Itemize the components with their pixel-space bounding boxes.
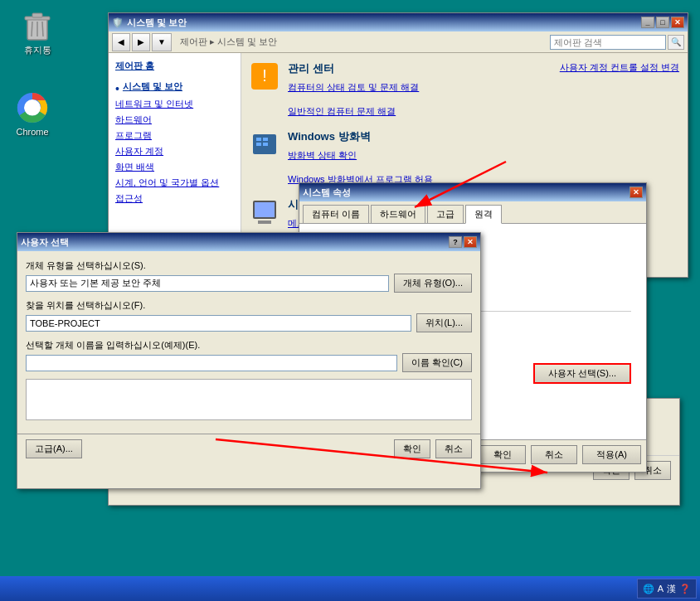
svg-rect-17 [255, 202, 275, 217]
sidebar: 제어판 홈 • 시스템 및 보안 네트워크 및 인터넷 하드웨어 프로그램 사용… [109, 53, 241, 257]
search-button[interactable]: 🔍 [668, 35, 684, 50]
back-button[interactable]: ◀ [112, 33, 130, 51]
svg-rect-13 [263, 138, 268, 141]
sidebar-label: 시스템 및 보안 [123, 80, 182, 93]
firewall-link-1[interactable]: 방화벽 상태 확인 [288, 149, 679, 162]
admin-center-links: 관리 센터 컴퓨터의 상태 검토 및 문제 해결 일반적인 컴퓨터 문제 해결 [288, 61, 552, 119]
sys-props-apply[interactable]: 적용(A) [582, 445, 641, 464]
system-icon [250, 197, 280, 227]
control-panel-title: 시스템 및 보안 [127, 17, 187, 29]
admin-center-section: ! 관리 센터 컴퓨터의 상태 검토 및 문제 해결 일반적인 컴퓨터 문제 해… [250, 61, 679, 119]
user-select-content: 개체 유형을 선택하십시오(S). 개체 유형(O)... 찾을 위치를 선택하… [17, 251, 480, 434]
admin-link-2[interactable]: 일반적인 컴퓨터 문제 해결 [288, 105, 552, 118]
user-select-titlebar: 사용자 선택 ? ✕ [17, 233, 480, 251]
user-select-dialog: 사용자 선택 ? ✕ 개체 유형을 선택하십시오(S). 개체 유형(O)...… [17, 232, 481, 489]
bullet-icon: • [115, 82, 119, 95]
sys-props-tabs: 컴퓨터 이름 하드웨어 고급 원격 [299, 201, 646, 224]
sidebar-item-system-security[interactable]: • 시스템 및 보안 [115, 80, 234, 96]
field2-label: 찾을 위치를 선택하십시오(F). [26, 299, 472, 312]
sidebar-item-accessibility[interactable]: 접근성 [115, 192, 234, 205]
name-check-button[interactable]: 이름 확인(C) [402, 353, 472, 372]
sidebar-item-clock[interactable]: 시계, 언어 및 국가별 옵션 [115, 177, 234, 189]
user-select-footer-right: 확인 취소 [394, 439, 472, 458]
user-select-close[interactable]: ✕ [464, 236, 477, 248]
minimize-button[interactable]: _ [641, 17, 654, 28]
field3-row: 이름 확인(C) [26, 353, 472, 372]
tab-hardware[interactable]: 하드웨어 [371, 205, 425, 223]
sidebar-item-appearance[interactable]: 화면 배색 [115, 161, 234, 173]
sys-props-cancel[interactable]: 취소 [531, 445, 577, 464]
tab-computer-name[interactable]: 컴퓨터 이름 [303, 205, 369, 223]
admin-right-links: 사용자 계정 컨트롤 설정 변경 [560, 61, 679, 74]
firewall-title: Windows 방화벽 [288, 129, 679, 144]
toolbar: ◀ ▶ ▼ 제어판 ▸ 시스템 및 보안 🔍 [109, 32, 688, 53]
taskbar: 🌐 A 漢 ❓ [0, 576, 700, 601]
window-controls: _ □ ✕ [641, 17, 684, 28]
taskbar-help-icon: ❓ [679, 584, 691, 594]
taskbar-right: 🌐 A 漢 ❓ [637, 579, 697, 599]
chrome-label: Chrome [16, 127, 48, 137]
search-input[interactable] [550, 35, 666, 50]
sidebar-item-user-accounts[interactable]: 사용자 계정 [115, 145, 234, 158]
field3-label: 선택할 개체 이름을 입력하십시오(예제)(E). [26, 339, 472, 351]
field1-input[interactable] [26, 275, 389, 292]
recycle-bin-image [21, 8, 54, 41]
user-select-cancel[interactable]: 취소 [435, 439, 472, 458]
location-button[interactable]: 위치(L)... [416, 313, 472, 332]
user-select-ok[interactable]: 확인 [394, 439, 430, 458]
chrome-image [16, 91, 49, 124]
object-type-button[interactable]: 개체 유형(O)... [394, 274, 472, 293]
taskbar-lang-a: A [658, 584, 664, 594]
svg-rect-15 [263, 143, 268, 146]
sys-props-controls: ✕ [630, 187, 643, 198]
sidebar-item-programs[interactable]: 프로그램 [115, 129, 234, 142]
sys-props-title: 시스템 속성 [303, 187, 351, 199]
address-path: 제어판 ▸ 시스템 및 보안 [173, 36, 548, 48]
admin-center-icon: ! [250, 61, 280, 91]
user-select-footer: 고급(A)... 확인 취소 [17, 434, 480, 463]
maximize-button[interactable]: □ [656, 17, 669, 28]
sidebar-item-hardware[interactable]: 하드웨어 [115, 114, 234, 126]
user-control-link[interactable]: 사용자 계정 컨트롤 설정 변경 [560, 62, 679, 72]
sys-props-ok[interactable]: 확인 [479, 445, 526, 464]
taskbar-lang-han: 漢 [667, 583, 676, 595]
svg-rect-12 [256, 138, 261, 141]
admin-center-title: 관리 센터 [288, 61, 552, 76]
sys-props-close[interactable]: ✕ [630, 187, 643, 198]
svg-text:!: ! [262, 66, 267, 85]
sidebar-item-network[interactable]: 네트워크 및 인터넷 [115, 98, 234, 110]
advanced-a-button[interactable]: 고급(A)... [26, 439, 82, 458]
user-select-button[interactable]: 사용자 선택(S)... [533, 363, 631, 384]
field1-label: 개체 유형을 선택하십시오(S). [26, 259, 472, 272]
tab-advanced[interactable]: 고급 [427, 205, 464, 223]
recent-button[interactable]: ▼ [152, 33, 172, 51]
control-panel-titlebar-icon: 🛡️ [112, 17, 124, 28]
recycle-bin-icon[interactable]: 휴지통 [8, 8, 66, 56]
control-panel-titlebar: 🛡️ 시스템 및 보안 _ □ ✕ [109, 13, 688, 32]
close-button[interactable]: ✕ [671, 17, 684, 28]
field2-row: 위치(L)... [26, 313, 472, 332]
svg-rect-14 [256, 143, 261, 146]
field1-row: 개체 유형(O)... [26, 274, 472, 293]
svg-line-5 [42, 22, 43, 36]
chrome-icon[interactable]: Chrome [3, 91, 61, 137]
sidebar-item-home[interactable]: 제어판 홈 [115, 60, 234, 72]
recycle-bin-label: 휴지통 [24, 44, 51, 56]
svg-rect-18 [258, 221, 271, 224]
tab-remote[interactable]: 원격 [465, 205, 502, 224]
field3-input[interactable] [26, 355, 397, 371]
svg-rect-2 [32, 13, 42, 17]
taskbar-globe-icon: 🌐 [643, 584, 654, 594]
sys-props-titlebar: 시스템 속성 ✕ [299, 183, 646, 201]
admin-link-1[interactable]: 컴퓨터의 상태 검토 및 문제 해결 [288, 81, 552, 94]
object-list [26, 379, 472, 420]
firewall-section: Windows 방화벽 방화벽 상태 확인 Windows 방화벽에서 프로그램… [250, 129, 679, 187]
firewall-links: Windows 방화벽 방화벽 상태 확인 Windows 방화벽에서 프로그램… [288, 129, 679, 187]
firewall-icon [250, 129, 280, 159]
user-select-help[interactable]: ? [449, 236, 462, 248]
svg-point-8 [27, 102, 38, 114]
user-select-controls: ? ✕ [449, 236, 477, 248]
forward-button[interactable]: ▶ [132, 33, 150, 51]
field2-input[interactable] [26, 315, 411, 332]
svg-line-3 [32, 22, 32, 36]
